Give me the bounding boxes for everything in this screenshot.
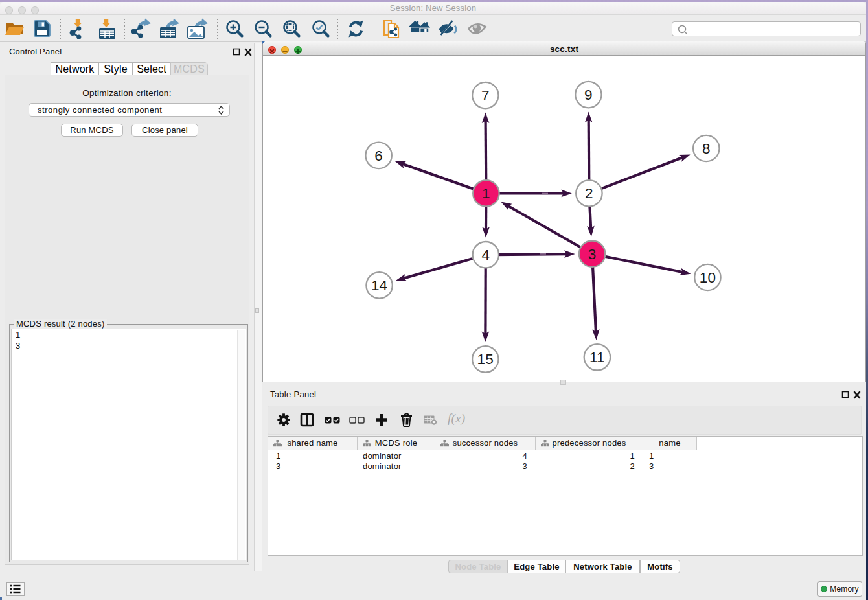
svg-text:3: 3: [588, 246, 597, 262]
svg-text:7: 7: [481, 87, 490, 104]
svg-text:9: 9: [584, 87, 593, 103]
svg-text:1: 1: [482, 185, 490, 202]
svg-text:4: 4: [481, 247, 490, 263]
svg-text:8: 8: [702, 141, 711, 157]
svg-text:11: 11: [589, 349, 605, 365]
svg-text:6: 6: [374, 148, 383, 164]
svg-text:15: 15: [477, 351, 494, 367]
svg-text:14: 14: [371, 277, 387, 294]
svg-text:10: 10: [700, 270, 716, 286]
svg-text:2: 2: [585, 185, 593, 202]
